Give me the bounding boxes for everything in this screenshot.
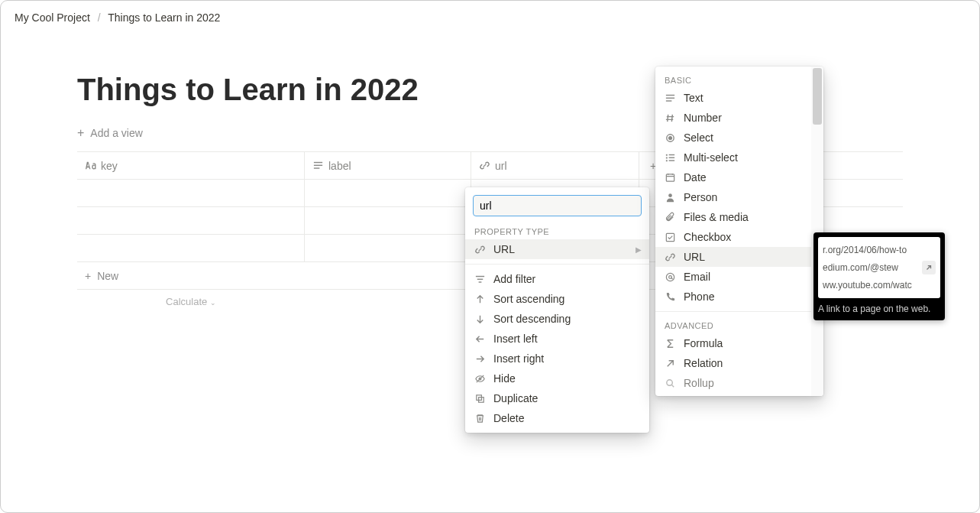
property-type-selector[interactable]: URL ▶ [465,239,649,259]
type-url[interactable]: URL [655,247,811,267]
menu-divider [465,264,649,265]
scrollbar-thumb[interactable] [813,68,822,125]
breadcrumb-page[interactable]: Things to Learn in 2022 [108,11,220,24]
svg-rect-10 [666,97,674,98]
svg-point-23 [666,273,674,281]
filter-icon [474,274,486,285]
sort-desc-label: Sort descending [493,313,571,325]
trash-icon [474,413,486,424]
arrow-right-icon [474,353,486,365]
column-header-key[interactable]: key [77,152,305,179]
insert-left-button[interactable]: Insert left [465,329,649,349]
type-select[interactable]: Select [655,128,811,148]
sort-descending-button[interactable]: Sort descending [465,309,649,329]
column-key-label: key [101,160,118,172]
tooltip-text: A link to a page on the web. [818,303,940,316]
chevron-right-icon: ▶ [636,245,642,254]
property-type-menu: BASIC Text Number Select Multi-select Da… [655,67,823,396]
type-date[interactable]: Date [655,167,811,187]
add-view-label: Add a view [90,127,142,139]
type-phone[interactable]: Phone [655,287,811,307]
property-type-current: URL [493,243,515,255]
svg-rect-5 [479,281,482,282]
type-checkbox[interactable]: Checkbox [655,227,811,247]
lines-icon [665,93,676,104]
type-text[interactable]: Text [655,88,811,108]
paperclip-icon [665,212,676,223]
column-label-label: label [328,160,351,172]
hide-button[interactable]: Hide [465,369,649,388]
column-menu: PROPERTY TYPE URL ▶ Add filter Sort asce… [465,187,649,433]
svg-rect-22 [666,233,674,241]
breadcrumb-separator: / [98,11,101,24]
type-person[interactable]: Person [655,187,811,207]
at-icon [665,271,676,283]
type-relation[interactable]: Relation [655,353,811,373]
new-row-label: New [97,270,118,282]
svg-rect-20 [666,174,674,180]
add-filter-label: Add filter [493,273,535,285]
chevron-down-icon: ⌄ [210,299,216,307]
property-type-section-label: PROPERTY TYPE [465,222,649,239]
svg-rect-15 [669,154,675,154]
type-email[interactable]: Email [655,267,811,287]
advanced-section-label: ADVANCED [655,317,811,333]
type-rollup[interactable]: Rollup [655,373,811,393]
calculate-button[interactable]: Calculate ⌄ [77,290,305,313]
arrow-up-icon [474,294,486,305]
sigma-icon [665,338,676,349]
column-name-input[interactable] [473,195,642,216]
tooltip-preview: r.org/2014/06/how-to edium.com/@stew ww.… [818,237,940,298]
insert-left-label: Insert left [493,333,538,345]
person-icon [665,192,676,203]
phone-icon [665,291,676,303]
insert-right-label: Insert right [493,352,544,365]
type-number[interactable]: Number [655,108,811,128]
type-files[interactable]: Files & media [655,207,811,227]
sort-ascending-button[interactable]: Sort ascending [465,289,649,309]
svg-rect-3 [476,275,484,276]
svg-rect-2 [314,167,320,168]
link-icon [665,252,676,263]
column-header-label[interactable]: label [305,152,471,179]
scrollbar[interactable] [811,67,823,396]
svg-point-25 [667,379,673,385]
column-header-url[interactable]: url [471,152,639,179]
svg-rect-9 [666,94,674,95]
plus-icon: + [77,127,84,139]
add-filter-button[interactable]: Add filter [465,269,649,289]
breadcrumb-root[interactable]: My Cool Project [15,11,90,24]
svg-rect-11 [666,100,672,101]
calendar-icon [665,172,676,183]
svg-rect-0 [314,162,322,163]
svg-rect-17 [669,157,675,157]
sort-asc-label: Sort ascending [493,293,564,305]
arrow-down-icon [474,313,486,325]
hash-icon [665,112,676,124]
hide-label: Hide [493,372,516,385]
external-link-icon [922,261,936,274]
list-icon [665,152,676,164]
url-type-tooltip: r.org/2014/06/how-to edium.com/@stew ww.… [813,232,945,320]
arrow-up-right-icon [665,358,676,369]
lines-icon [312,160,324,171]
delete-label: Delete [493,412,524,424]
select-icon [665,132,676,144]
menu-divider [655,311,811,312]
breadcrumb: My Cool Project / Things to Learn in 202… [1,1,979,34]
svg-rect-4 [477,278,484,279]
column-url-label: url [495,160,507,172]
svg-rect-16 [666,157,668,158]
type-multi-select[interactable]: Multi-select [655,148,811,167]
delete-button[interactable]: Delete [465,408,649,428]
insert-right-button[interactable]: Insert right [465,349,649,369]
duplicate-button[interactable]: Duplicate [465,388,649,408]
arrow-left-icon [474,333,486,345]
svg-rect-18 [666,160,668,161]
link-icon [474,244,486,255]
link-icon [479,160,490,171]
duplicate-icon [474,393,486,404]
type-formula[interactable]: Formula [655,333,811,353]
duplicate-label: Duplicate [493,392,538,404]
eye-off-icon [474,373,486,385]
